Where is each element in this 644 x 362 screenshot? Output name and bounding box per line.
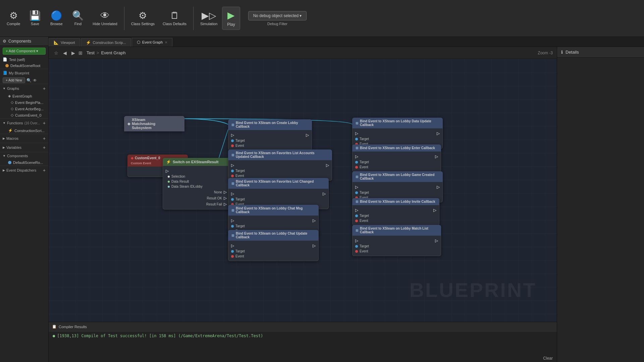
breadcrumb-test[interactable]: Test <box>87 50 95 55</box>
xsteam-node[interactable]: ◈ XSteamMatchmakingSubsystem <box>124 116 184 131</box>
custom-event-icon: ◇ <box>11 113 13 117</box>
bind2-event: Event <box>228 173 332 178</box>
event-graph-item[interactable]: ◈ EventGraph <box>0 93 48 99</box>
bind2-exec-out: ▷ <box>326 163 329 168</box>
debug-filter-button[interactable]: No debug object selected ▾ <box>248 11 307 20</box>
event-actor-beg-icon: ◇ <box>11 107 13 111</box>
find-button[interactable]: 🔍 Find <box>68 9 88 28</box>
debug-filter-area: No debug object selected ▾ Debug Filter <box>248 11 307 26</box>
forward-button[interactable]: ▶ <box>70 50 76 56</box>
variables-add-icon[interactable]: + <box>43 145 46 150</box>
compile-button[interactable]: ⚙ Compile <box>3 9 23 28</box>
rbind2-header: ⊞ Bind Event to XSteam on Lobby Enter Ca… <box>352 144 441 152</box>
add-new-button[interactable]: + Add New <box>3 77 25 83</box>
bind3-title: Bind Event to XSteam on Favorites List C… <box>236 180 325 187</box>
my-blueprint-header[interactable]: 📘 My Blueprint <box>0 69 48 77</box>
custom-event-marker: ◆ <box>131 156 133 160</box>
components-section[interactable]: ▼ Components <box>0 152 48 160</box>
rbind-event-node-2[interactable]: ⊞ Bind Event to XSteam on Lobby Enter Ca… <box>352 144 441 172</box>
result-bullet: ● <box>53 334 55 338</box>
bind-event-node-2[interactable]: ⊞ Bind Event to XSteam on Favorites List… <box>228 149 332 181</box>
breadcrumb-event-graph[interactable]: Event Graph <box>101 50 125 55</box>
event-actor-beg-item[interactable]: ◇ Event ActorBeg... <box>0 106 48 112</box>
viewport-tab[interactable]: 📐 Viewport <box>49 38 80 47</box>
default-scene-icon <box>5 64 9 67</box>
custom-event-item[interactable]: ◇ CustomEvent_0 <box>0 112 48 118</box>
bind2-body: ▷ ▷ Target Event <box>228 160 332 181</box>
browse-button[interactable]: 🔵 Browse <box>46 9 66 28</box>
switch-node[interactable]: ⚡ Switch on EXSteamResult ▷ Selection <box>163 158 230 209</box>
event-dispatchers-label: Event Dispatchers <box>6 168 36 172</box>
class-settings-button[interactable]: ⚙ Class Settings <box>128 9 158 28</box>
bind5-icon: ⊞ <box>231 234 234 237</box>
switch-selection-in: Selection <box>163 174 229 179</box>
save-label: Save <box>31 22 39 26</box>
add-component-button[interactable]: + Add Component ▾ <box>3 48 46 55</box>
bind-event-node-1[interactable]: ⊞ Bind Event to XSteam on Create Lobby C… <box>228 119 312 150</box>
variables-arrow: ▶ <box>3 146 5 149</box>
bind3-exec-out: ▷ <box>323 191 326 196</box>
back-button[interactable]: ◀ <box>62 50 68 56</box>
save-button[interactable]: 💾 Save <box>25 9 45 28</box>
functions-add-icon[interactable]: + <box>43 120 46 126</box>
construction-tab-icon: ⚡ <box>86 40 91 45</box>
simulation-button[interactable]: ▶▷ Simulation <box>197 9 221 28</box>
compiler-results-tab[interactable]: 📋 Compiler Results <box>49 322 557 331</box>
hide-unrelated-icon: 👁 <box>100 11 110 20</box>
bind2-target-label: Target <box>235 169 245 173</box>
default-scene-root-item[interactable]: DefaultSceneRoot <box>0 63 48 69</box>
rbind4-exec-out: ▷ <box>433 208 436 213</box>
content-with-right: ☆ ◀ ▶ ⊞ Test > Event Graph Zoom -3 <box>49 47 644 362</box>
macros-section[interactable]: ▶ Macros + <box>0 134 48 143</box>
default-scene-root2-item[interactable]: DefaultSceneRo... <box>0 160 48 166</box>
event-graph-tab-icon: ⬡ <box>137 40 140 45</box>
construction-script-item[interactable]: ⚡ ConstructionScri... <box>0 127 48 134</box>
rbind2-icon: ⊞ <box>356 146 358 150</box>
bind4-target: Target <box>228 224 318 229</box>
event-dispatchers-add-icon[interactable]: + <box>43 168 46 173</box>
rbind-event-node-5[interactable]: ⊞ Bind Event to XSteam on Lobby Match Li… <box>352 225 441 256</box>
construction-script-tab[interactable]: ⚡ Construction Scrip... <box>81 38 131 47</box>
event-graph-tab[interactable]: ⬡ Event Graph ✕ <box>132 38 173 47</box>
rbind5-event: Event <box>353 249 441 254</box>
favorite-button[interactable]: ☆ <box>53 50 60 56</box>
rbind3-target: Target <box>353 190 442 195</box>
class-defaults-button[interactable]: 🗒 Class Defaults <box>159 9 190 28</box>
bind1-title: Bind Event to XSteam on Create Lobby Cal… <box>236 121 309 128</box>
functions-section[interactable]: ▼ Functions (16 Over... + <box>0 118 48 127</box>
switch-selection-label: Selection <box>171 175 185 178</box>
default-scene2-label: DefaultSceneRo... <box>13 161 43 165</box>
hide-unrelated-button[interactable]: 👁 Hide Unrelated <box>89 9 120 28</box>
bind1-event-label: Event <box>235 144 244 147</box>
xsteam-title: XSteamMatchmakingSubsystem <box>132 118 155 130</box>
test-self-label: Test (self) <box>9 58 25 62</box>
bind-event-node-5[interactable]: ⊞ Bind Event to XSteam on Lobby Chat Upd… <box>228 230 319 261</box>
class-settings-label: Class Settings <box>131 22 155 26</box>
bind4-exec-in: ▷ <box>231 218 234 223</box>
event-actor-beg-label: Event ActorBeg... <box>15 107 44 111</box>
tab-close-icon[interactable]: ✕ <box>165 41 167 44</box>
construction-script-icon: ⚡ <box>8 128 13 133</box>
bind5-header: ⊞ Bind Event to XSteam on Lobby Chat Upd… <box>228 230 319 241</box>
bind5-target: Target <box>228 249 318 254</box>
play-button[interactable]: ▶ Play <box>222 7 240 30</box>
macros-add-icon[interactable]: + <box>43 136 46 141</box>
clear-button[interactable]: Clear <box>543 356 553 361</box>
eye-icon[interactable]: 👁 <box>33 78 37 83</box>
variables-section[interactable]: ▶ Variables + <box>0 143 48 152</box>
search-icon[interactable]: 🔍 <box>26 78 32 83</box>
event-begin-play-item[interactable]: ◇ Event BeginPla... <box>0 99 48 106</box>
find-icon: 🔍 <box>72 11 84 20</box>
bind5-event: Event <box>228 254 318 259</box>
event-dispatchers-section[interactable]: ▶ Event Dispatchers + <box>0 166 48 175</box>
graphs-add-icon[interactable]: + <box>43 86 46 91</box>
graphs-section[interactable]: ▼ Graphs + <box>0 84 48 93</box>
switch-data-steam: Data Steam IDLobby <box>163 184 229 189</box>
rbind5-title: Bind Event to XSteam on Lobby Match List… <box>360 227 438 234</box>
bind1-target-label: Target <box>235 139 245 142</box>
blueprint-canvas[interactable]: ◈ XSteamMatchmakingSubsystem ◆ CustomEve… <box>49 59 557 322</box>
rbind1-exec-out: ▷ <box>437 131 440 136</box>
rbind-event-node-4[interactable]: ⊞ Bind Event to XSteam on Lobby Invite C… <box>352 198 439 226</box>
test-self-item[interactable]: 📄 Test (self) <box>0 56 48 63</box>
event-begin-play-label: Event BeginPla... <box>15 101 43 105</box>
